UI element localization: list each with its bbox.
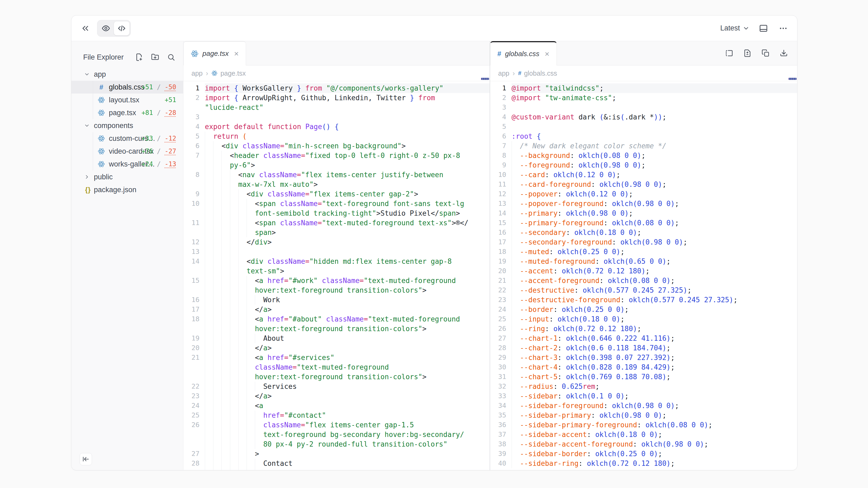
indent-guide bbox=[512, 459, 512, 468]
close-tab-icon[interactable]: × bbox=[234, 50, 239, 58]
tree-file-layout.tsx[interactable]: layout.tsx+51 bbox=[71, 94, 183, 106]
indent-guide bbox=[213, 343, 213, 353]
tree-file-video-card.tsx[interactable]: video-card.tsx+76 / -27 bbox=[71, 145, 183, 158]
search-button[interactable] bbox=[166, 53, 176, 62]
indent-guide bbox=[205, 420, 205, 430]
indent-guide bbox=[213, 353, 213, 362]
left-tabstrip: page.tsx × bbox=[183, 41, 490, 65]
code-line: 6:root { bbox=[490, 131, 797, 141]
indent-guide bbox=[221, 333, 222, 343]
code-line: className="text-muted-foreground bbox=[183, 362, 490, 372]
indent-guide bbox=[205, 199, 205, 208]
panel-bottom-icon bbox=[759, 24, 768, 33]
code-line-content: max-w-7xl mx-auto"> bbox=[205, 180, 490, 189]
tree-file-globals.css[interactable]: #globals.css+51 / -50 bbox=[71, 81, 183, 94]
breadcrumb-file[interactable]: globals.css bbox=[524, 69, 557, 77]
collapse-chat-button[interactable] bbox=[80, 23, 91, 34]
code-line: hover:text-foreground transition-colors"… bbox=[183, 372, 490, 382]
indent-guide bbox=[213, 459, 213, 468]
chevrons-left-icon bbox=[81, 24, 90, 33]
indent-guide bbox=[221, 382, 222, 391]
collapse-sidebar-button[interactable] bbox=[80, 453, 92, 465]
horizontal-scrollbar-thumb[interactable] bbox=[481, 78, 489, 80]
indent-guide bbox=[230, 305, 230, 314]
indent-guide bbox=[230, 333, 230, 343]
line-number: 15 bbox=[490, 218, 512, 228]
code-line: 29--chart-3: oklch(0.398 0.07 227.392); bbox=[490, 353, 797, 362]
line-number: 17 bbox=[490, 237, 512, 247]
more-options-button[interactable] bbox=[777, 23, 789, 34]
copy-button[interactable] bbox=[760, 47, 772, 59]
line-number: 37 bbox=[490, 430, 512, 440]
line-number bbox=[183, 362, 205, 372]
tree-file-page.tsx[interactable]: page.tsx+81 / -28 bbox=[71, 106, 183, 119]
tree-file-package.json[interactable]: {}package.json bbox=[71, 183, 183, 196]
line-number: 38 bbox=[490, 440, 512, 449]
code-line-content: --sidebar-accent: oklch(0.18 0 0); bbox=[512, 430, 797, 440]
code-line-content: --radius: 0.625rem; bbox=[512, 382, 797, 391]
line-number: 14 bbox=[490, 208, 512, 218]
code-line-content: text-foreground bg-secondary hover:bg-se… bbox=[205, 430, 490, 440]
code-line: 20</a> bbox=[183, 343, 490, 353]
code-line-content: <header className="fixed top-0 left-0 ri… bbox=[205, 151, 490, 160]
line-number: 10 bbox=[183, 199, 205, 208]
code-line: 6<div className="min-h-screen bg-backgro… bbox=[183, 141, 490, 151]
line-number: 21 bbox=[490, 276, 512, 285]
new-folder-button[interactable] bbox=[151, 53, 160, 62]
file-diff-button[interactable] bbox=[742, 47, 753, 59]
code-line: 14--primary: oklch(0.98 0 0); bbox=[490, 208, 797, 218]
indent-guide bbox=[512, 218, 512, 228]
indent-guide bbox=[205, 208, 205, 218]
indent-guide bbox=[512, 343, 512, 353]
breadcrumb-folder[interactable]: app bbox=[498, 69, 509, 77]
tree-folder-components[interactable]: components bbox=[71, 119, 183, 132]
close-tab-icon[interactable]: × bbox=[545, 50, 550, 58]
tree-file-custom-curs-[interactable]: custom-curs…+33 / -12 bbox=[71, 132, 183, 145]
indent-guide bbox=[221, 420, 222, 430]
code-line: py-6"> bbox=[183, 160, 490, 170]
code-line-content: --input: oklch(0.18 0 0); bbox=[512, 314, 797, 324]
diff-badge: +51 bbox=[165, 96, 176, 104]
breadcrumb-file[interactable]: page.tsx bbox=[220, 69, 246, 77]
code-line-content: --secondary-foreground: oklch(0.98 0 0); bbox=[512, 237, 797, 247]
preview-toggle-button[interactable] bbox=[98, 21, 114, 35]
code-line-content: --sidebar-foreground: oklch(0.98 0 0); bbox=[512, 401, 797, 411]
indent-guide bbox=[213, 180, 213, 189]
download-button[interactable] bbox=[778, 47, 789, 59]
code-editor-page-tsx[interactable]: 1import { WorksGallery } from "@/compone… bbox=[183, 81, 490, 470]
code-line-content: --sidebar-ring: oklch(0.72 0.12 180); bbox=[512, 459, 797, 468]
line-number: 26 bbox=[183, 420, 205, 430]
split-view-button[interactable] bbox=[723, 47, 735, 59]
copy-icon bbox=[762, 49, 770, 57]
line-number: 18 bbox=[183, 314, 205, 324]
code-toggle-button[interactable] bbox=[114, 21, 130, 36]
indent-guide bbox=[205, 285, 205, 295]
tab-page-tsx[interactable]: page.tsx × bbox=[183, 41, 246, 65]
version-dropdown[interactable]: Latest bbox=[720, 24, 749, 32]
breadcrumb-folder[interactable]: app bbox=[191, 69, 203, 77]
code-line-content: --accent: oklch(0.72 0.12 180); bbox=[512, 266, 797, 276]
tree-folder-public[interactable]: public bbox=[71, 170, 183, 183]
bottom-panel-button[interactable] bbox=[757, 23, 769, 34]
code-editor-globals-css[interactable]: 1@import "tailwindcss";2@import "tw-anim… bbox=[490, 81, 797, 470]
horizontal-scrollbar-thumb[interactable] bbox=[788, 78, 797, 80]
indent-guide bbox=[255, 430, 255, 440]
code-line-content: --card-foreground: oklch(0.98 0 0); bbox=[512, 180, 797, 189]
indent-guide bbox=[213, 228, 213, 237]
new-file-button[interactable] bbox=[134, 53, 144, 62]
tree-folder-app[interactable]: app bbox=[71, 68, 183, 81]
code-line-content: text-sm"> bbox=[205, 266, 490, 276]
code-line-content: --accent-foreground: oklch(0.08 0 0); bbox=[512, 276, 797, 285]
indent-guide bbox=[255, 420, 255, 430]
code-line-content bbox=[205, 247, 490, 257]
tree-file-works-galler-[interactable]: works-galler…+24 / -13 bbox=[71, 158, 183, 170]
file-label: page.tsx bbox=[109, 109, 136, 117]
code-line: 32--radius: 0.625rem; bbox=[490, 382, 797, 391]
code-line-content: --muted: oklch(0.25 0 0); bbox=[512, 247, 797, 257]
tab-globals-css[interactable]: # globals.css × bbox=[490, 41, 557, 65]
line-number: 32 bbox=[490, 382, 512, 391]
indent-guide bbox=[238, 343, 239, 353]
code-line: 30--chart-4: oklch(0.828 0.189 84.429); bbox=[490, 362, 797, 372]
code-line: 5 bbox=[490, 122, 797, 131]
indent-guide bbox=[230, 440, 230, 449]
